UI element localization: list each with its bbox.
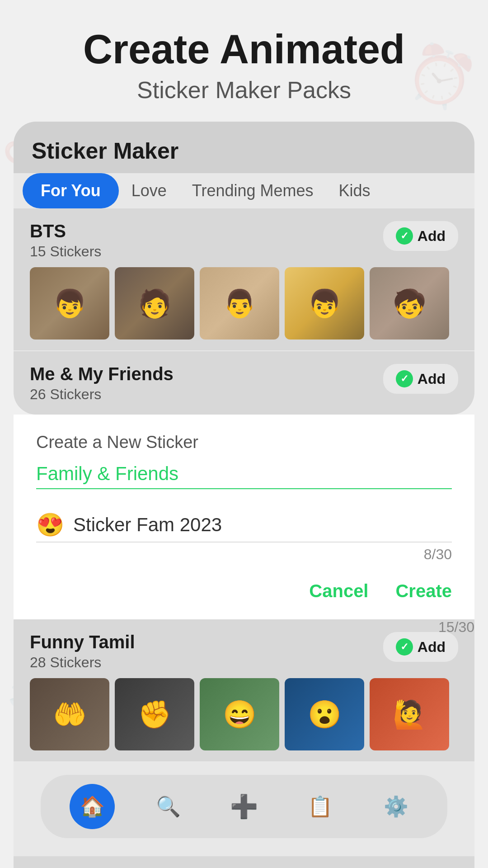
page-title: Create Animated	[18, 27, 470, 72]
thumb-funny-4: 😮	[285, 678, 364, 750]
sticker-thumbs-bts: 👦 🧑 👨 👦 🧒	[30, 267, 458, 340]
create-button[interactable]: Create	[395, 581, 452, 601]
thumb-bts-4: 👦	[285, 267, 364, 340]
search-icon: 🔍	[156, 795, 181, 818]
input-group-2: 😍 Sticker Fam 2023 8/30	[36, 512, 452, 563]
app-header: Sticker Maker	[14, 122, 474, 173]
cancel-button[interactable]: Cancel	[309, 581, 368, 601]
pack-count-friends: 26 Stickers	[30, 386, 174, 403]
pack-name-counter: 8/30	[36, 546, 452, 563]
add-button-funny[interactable]: ✓ Add	[383, 632, 458, 662]
pack-count-bts: 15 Stickers	[30, 243, 101, 260]
page-subtitle: Sticker Maker Packs	[18, 76, 470, 104]
nav-packs[interactable]: 📋	[297, 784, 343, 829]
thumb-bts-5: 🧒	[370, 267, 449, 340]
tab-kids[interactable]: Kids	[326, 173, 383, 208]
bottom-nav: 🏠 🔍 ➕ 📋 ⚙️	[41, 775, 447, 838]
sticker-emoji[interactable]: 😍	[36, 512, 64, 538]
create-sticker-dialog: Create a New Sticker Family & Friends 15…	[14, 415, 474, 619]
tab-trending-memes[interactable]: Trending Memes	[179, 173, 326, 208]
tab-bar: For You Love Trending Memes Kids	[14, 173, 474, 208]
nav-search[interactable]: 🔍	[145, 784, 191, 829]
dialog-title: Create a New Sticker	[36, 433, 452, 452]
add-button-bts[interactable]: ✓ Add	[383, 221, 458, 251]
bottom-nav-wrapper: 🏠 🔍 ➕ 📋 ⚙️	[14, 761, 474, 856]
thumb-funny-3: 😄	[200, 678, 279, 750]
sticker-pack-bts: BTS 15 Stickers ✓ Add 👦 🧑 👨	[14, 208, 474, 350]
input-group-1: Family & Friends 15/30	[36, 463, 452, 489]
whatsapp-icon-bts: ✓	[396, 227, 413, 245]
sticker-pack-name-input[interactable]: Sticker Fam 2023	[73, 514, 452, 536]
settings-icon: ⚙️	[384, 795, 408, 818]
tab-for-you[interactable]: For You	[23, 173, 119, 208]
nav-add[interactable]: ➕	[221, 784, 267, 829]
pack-name-bts: BTS	[30, 221, 101, 241]
sticker-pack-funny: Funny Tamil 28 Stickers ✓ Add 🤲 ✊ 😄	[14, 619, 474, 761]
sticker-name-input[interactable]: Family & Friends	[36, 463, 452, 485]
pack-name-funny: Funny Tamil	[30, 632, 135, 652]
sticker-pack-friends: Me & My Friends 26 Stickers ✓ Add	[14, 351, 474, 415]
nav-settings[interactable]: ⚙️	[373, 784, 418, 829]
packs-icon: 📋	[308, 795, 333, 818]
thumb-bts-3: 👨	[200, 267, 279, 340]
thumb-funny-5: 🙋	[370, 678, 449, 750]
thumb-bts-1: 👦	[30, 267, 109, 340]
sticker-pack-squid: Squid Game ✓ Add	[14, 856, 474, 868]
home-icon: 🏠	[80, 795, 105, 818]
thumb-funny-2: ✊	[115, 678, 194, 750]
whatsapp-icon-friends: ✓	[396, 370, 413, 387]
add-icon: ➕	[230, 793, 258, 820]
sticker-thumbs-funny: 🤲 ✊ 😄 😮 🙋	[30, 678, 458, 750]
tab-love[interactable]: Love	[119, 173, 179, 208]
thumb-funny-1: 🤲	[30, 678, 109, 750]
app-title: Sticker Maker	[32, 138, 456, 164]
nav-home[interactable]: 🏠	[70, 784, 115, 829]
thumb-bts-2: 🧑	[115, 267, 194, 340]
pack-count-funny: 28 Stickers	[30, 654, 135, 671]
dialog-buttons: Cancel Create	[36, 581, 452, 601]
phone-mockup: Sticker Maker For You Love Trending Meme…	[14, 122, 474, 415]
whatsapp-icon-funny: ✓	[396, 638, 413, 656]
add-button-friends[interactable]: ✓ Add	[383, 364, 458, 394]
phone-mockup-bottom: Funny Tamil 28 Stickers ✓ Add 🤲 ✊ 😄	[14, 619, 474, 868]
pack-name-friends: Me & My Friends	[30, 364, 174, 384]
sticker-name-counter: 15/30	[438, 619, 474, 636]
